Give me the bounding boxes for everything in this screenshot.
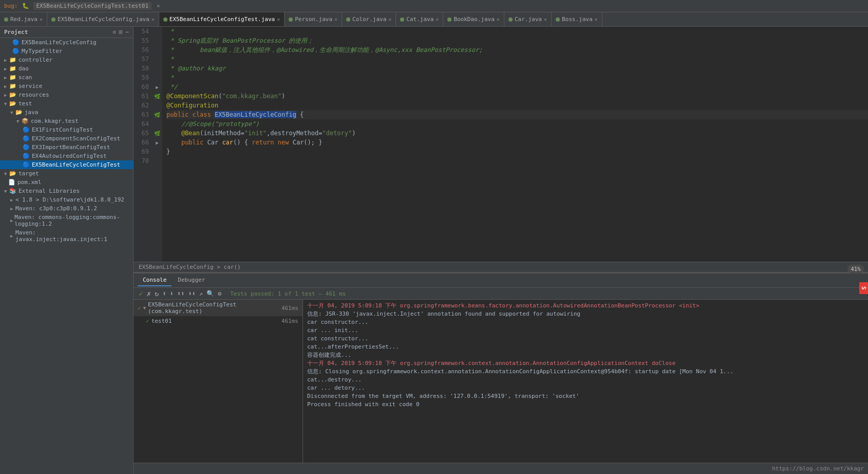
collapse-icon[interactable]: − xyxy=(125,29,129,35)
tab-color[interactable]: Color.java ✕ xyxy=(342,12,396,27)
tab-label-bookdao: BookDao.java xyxy=(454,16,494,23)
gear-icon[interactable]: ⚙ xyxy=(112,29,116,35)
toolbar-up[interactable]: ⬆ xyxy=(161,289,167,298)
tree-item-dao[interactable]: ▶ 📁 dao xyxy=(0,64,133,73)
test-tree-item-suite[interactable]: ✓ ▼ EX5BeanLifeCycleConfigTest (com.kkag… xyxy=(134,300,303,316)
tree-item-scan[interactable]: ▶ 📁 scan xyxy=(0,73,133,82)
tree-item-ext-libs[interactable]: ▼ 📚 External Libraries xyxy=(0,187,133,195)
tree-item-target[interactable]: ▼ 📂 target xyxy=(0,169,133,178)
code-line-62: @Configuration xyxy=(166,101,868,110)
tree-label: Maven: javax.inject:javax.inject:1 xyxy=(15,229,131,243)
gutter: ▶ 🌿 🌿 🌿 ▶ xyxy=(152,27,162,262)
tab-close-boss[interactable]: ✕ xyxy=(595,16,598,22)
console-line-2: 信息: JSR-330 'javax.inject.Inject' annota… xyxy=(307,310,864,318)
tab-close-ex5config[interactable]: ✕ xyxy=(152,16,155,22)
console-line-1: 十一月 04, 2019 5:09:18 下午 org.springframew… xyxy=(307,302,864,310)
tree-item-ex2[interactable]: 🔵 EX2ComponentScanConfigTest xyxy=(0,134,133,143)
tab-label-ex5config: EX5BeanLifeCycleConfig.java xyxy=(58,16,149,23)
tab-car[interactable]: Car.java ✕ xyxy=(504,12,552,27)
toolbar-down2[interactable]: ⬇⬇ xyxy=(187,289,196,298)
folder-icon: 📁 xyxy=(9,74,16,81)
tree-item-inject[interactable]: ▶ Maven: javax.inject:javax.inject:1 xyxy=(0,228,133,244)
expand-arrow: ▶ xyxy=(4,58,9,63)
code-line-57: * xyxy=(166,54,868,64)
tab-ex5config[interactable]: EX5BeanLifeCycleConfig.java ✕ xyxy=(47,12,159,27)
editor-wrapper: 54 55 56 57 58 59 60 61 62 63 64 65 66 6… xyxy=(134,27,868,262)
bottom-tab-console[interactable]: Console xyxy=(138,275,172,286)
test-time-01: 461ms xyxy=(281,318,298,324)
tab-close-car[interactable]: ✕ xyxy=(544,16,547,22)
console-line-7: 容器创建完成... xyxy=(307,351,864,359)
tree-item-jdk[interactable]: ▶ < 1.8 > D:\software\jdk1.8.0_192 xyxy=(0,195,133,204)
tab-ex5test[interactable]: EX5BeanLifeCycleConfigTest.java ✕ xyxy=(159,12,285,27)
tree-item-ex1[interactable]: 🔵 EX1FirstConfigTest xyxy=(0,125,133,134)
code-line-64: //@Scope("prototype") xyxy=(166,119,868,129)
file-icon: 🔵 xyxy=(12,48,20,54)
tree-item-commons[interactable]: ▶ Maven: commons-logging:commons-logging… xyxy=(0,213,133,228)
tab-close-ex5test[interactable]: ✕ xyxy=(277,16,280,22)
expand-arrow: ▼ xyxy=(4,189,9,194)
tree-item-mytypefilter[interactable]: 🔵 MyTypeFilter xyxy=(0,47,133,56)
tree-item-controller[interactable]: ▶ 📁 controller xyxy=(0,56,133,64)
console-line-3: car constructor... xyxy=(307,318,864,326)
tree-item-ex5config[interactable]: 🔵 EX5BeanLifeCycleConfig xyxy=(0,38,133,47)
tab-close-cat[interactable]: ✕ xyxy=(436,16,439,22)
layout-icon[interactable]: ⊞ xyxy=(119,29,123,35)
tree-item-pom[interactable]: 📄 pom.xml xyxy=(0,178,133,187)
debug-close[interactable]: ✕ xyxy=(157,3,160,9)
fold-icon-66[interactable]: ▶ xyxy=(156,140,159,145)
tree-item-package[interactable]: ▼ 📦 com.kkagr.test xyxy=(0,117,133,125)
bean-gutter-65: 🌿 xyxy=(154,131,160,136)
test-tree-item-test01[interactable]: ✓ test01 461ms xyxy=(134,316,303,326)
toolbar-search[interactable]: 🔍 xyxy=(205,289,215,298)
folder-icon: 📂 xyxy=(9,170,16,177)
breadcrumb-text: EX5BeanLifeCycleConfig > car() xyxy=(139,264,241,270)
toolbar-check[interactable]: ✓ xyxy=(138,289,144,298)
tree-label: EX3ImportBeanConfigTest xyxy=(32,144,110,151)
toolbar-down[interactable]: ⬇ xyxy=(169,289,175,298)
tab-red[interactable]: Red.java ✕ xyxy=(0,12,47,27)
tree-item-java[interactable]: ▼ 📂 java xyxy=(0,108,133,117)
code-area[interactable]: * * Spring底层对 BeanPostProcessor 的使用； * b… xyxy=(162,27,868,262)
tab-close-person[interactable]: ✕ xyxy=(334,16,337,22)
test-icon-expand: ▼ xyxy=(143,305,146,311)
bottom-tab-debugger[interactable]: Debugger xyxy=(173,275,210,286)
toolbar-x[interactable]: ✗ xyxy=(145,289,152,298)
console-area[interactable]: 十一月 04, 2019 5:09:18 下午 org.springframew… xyxy=(303,300,868,463)
file-icon-xml: 📄 xyxy=(8,179,15,186)
tab-dot-bookdao xyxy=(447,17,451,22)
tree-item-ex4[interactable]: 🔵 EX4AutowiredConfigTest xyxy=(0,152,133,160)
console-line-6: cat...afterPropertiesSet... xyxy=(307,343,864,351)
fold-icon-60[interactable]: ▶ xyxy=(156,84,159,90)
tab-cat[interactable]: Cat.java ✕ xyxy=(396,12,443,27)
tab-bookdao[interactable]: BookDao.java ✕ xyxy=(443,12,504,27)
tab-close-bookdao[interactable]: ✕ xyxy=(497,16,500,22)
toolbar-rerun[interactable]: ↻ xyxy=(154,289,160,298)
tree-item-c3p0[interactable]: ▶ Maven: c3p0:c3p0:0.9.1.2 xyxy=(0,204,133,213)
expand-arrow: ▶ xyxy=(10,197,15,203)
folder-icon: 📂 xyxy=(9,92,16,98)
tree-item-ex5[interactable]: 🔵 EX5BeanLifeCycleConfigTest xyxy=(0,160,133,169)
tab-bar: Red.java ✕ EX5BeanLifeCycleConfig.java ✕… xyxy=(0,12,868,27)
tree-item-test[interactable]: ▼ 📂 test xyxy=(0,99,133,108)
tab-close-red[interactable]: ✕ xyxy=(40,16,43,22)
tab-person[interactable]: Person.java ✕ xyxy=(285,12,342,27)
toolbar-export[interactable]: ↗ xyxy=(198,289,204,298)
code-line-69: } xyxy=(166,147,868,156)
debug-label: bug: xyxy=(4,3,18,9)
toolbar-up2[interactable]: ⬆⬆ xyxy=(176,289,185,298)
folder-icon: 📁 xyxy=(9,83,16,89)
tab-label-ex5test: EX5BeanLifeCycleConfigTest.java xyxy=(169,16,275,23)
toolbar-settings[interactable]: ⚙ xyxy=(217,289,222,298)
tab-boss[interactable]: Boss.java ✕ xyxy=(552,12,602,27)
tree-item-service[interactable]: ▶ 📁 service xyxy=(0,82,133,90)
code-line-70 xyxy=(166,156,868,166)
tab-label-color: Color.java xyxy=(352,16,386,23)
tree-item-resources[interactable]: ▶ 📂 resources xyxy=(0,90,133,99)
tab-close-color[interactable]: ✕ xyxy=(388,16,391,22)
debug-bar-top: bug: 🐛 EX5BeanLifeCycleConfigTest.test01… xyxy=(0,0,868,12)
tree-label: target xyxy=(18,170,39,177)
tab-dot-red xyxy=(4,17,8,22)
file-icon: 🔵 xyxy=(23,153,30,159)
tree-item-ex3[interactable]: 🔵 EX3ImportBeanConfigTest xyxy=(0,143,133,152)
